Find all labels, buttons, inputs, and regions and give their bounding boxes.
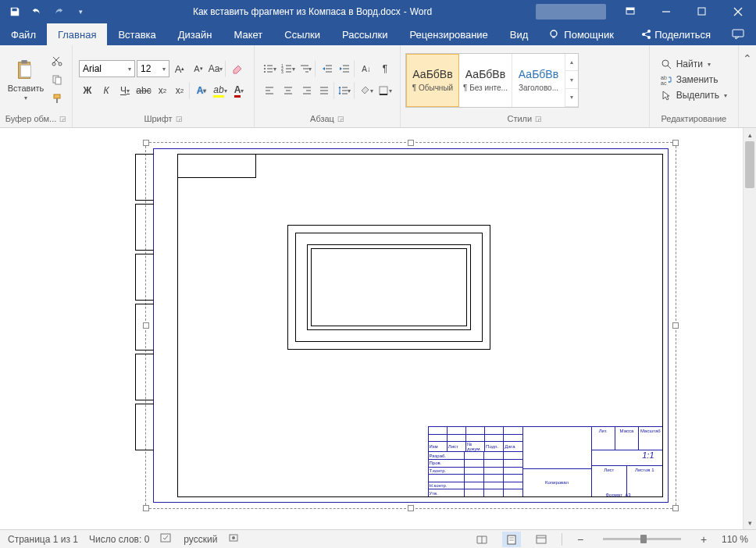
tab-review[interactable]: Рецензирование — [398, 23, 498, 45]
justify-button[interactable] — [317, 82, 334, 99]
align-left-button[interactable] — [261, 82, 278, 99]
styles-scroll-up[interactable]: ▴ — [565, 54, 578, 72]
font-launcher[interactable]: ◲ — [176, 115, 183, 123]
document-canvas[interactable]: Изм Лист № докум. Подп. Дата Разраб. Про… — [0, 128, 743, 529]
tab-design[interactable]: Дизайн — [167, 23, 223, 45]
scroll-up-button[interactable]: ▴ — [744, 128, 756, 141]
qat-customize-button[interactable]: ▾ — [70, 2, 91, 22]
sort-button[interactable]: A↓ — [358, 60, 375, 77]
print-layout-button[interactable] — [502, 532, 521, 547]
show-marks-button[interactable]: ¶ — [376, 60, 394, 77]
scroll-track[interactable] — [744, 141, 756, 516]
align-center-button[interactable] — [280, 82, 297, 99]
line-spacing-button[interactable]: ▾ — [337, 82, 355, 99]
styles-scroll-down[interactable]: ▾ — [565, 71, 578, 89]
select-button[interactable]: Выделить▾ — [658, 88, 730, 102]
font-size-combo[interactable]: 12▾ — [137, 60, 169, 77]
resize-handle-r[interactable] — [672, 322, 679, 329]
font-name-combo[interactable]: Arial▾ — [79, 60, 135, 77]
clear-formatting-button[interactable] — [229, 60, 246, 77]
copy-button[interactable] — [48, 71, 66, 88]
resize-handle-tr[interactable] — [672, 140, 679, 146]
align-right-button[interactable] — [298, 82, 316, 99]
embedded-drawing[interactable]: Изм Лист № докум. Подп. Дата Разраб. Про… — [153, 148, 669, 503]
subscript-button[interactable]: x2 — [154, 82, 171, 99]
format-painter-button[interactable] — [48, 90, 66, 107]
replace-button[interactable]: abac Заменить — [658, 73, 730, 87]
word-count[interactable]: Число слов: 0 — [89, 534, 149, 545]
tab-mailings[interactable]: Рассылки — [331, 23, 398, 45]
language-indicator[interactable]: русский — [184, 534, 217, 545]
svg-rect-13 — [733, 30, 744, 37]
decrease-indent-button[interactable] — [319, 60, 336, 77]
save-button[interactable] — [5, 2, 25, 22]
tab-layout[interactable]: Макет — [223, 23, 273, 45]
comments-button[interactable] — [729, 26, 747, 43]
numbering-button[interactable]: 123▾ — [280, 60, 297, 77]
multilevel-list-button[interactable]: ▾ — [298, 60, 316, 77]
font-color-button[interactable]: A▾ — [230, 82, 248, 99]
strikethrough-button[interactable]: abc — [135, 82, 152, 99]
borders-button[interactable]: ▾ — [376, 82, 394, 99]
styles-gallery[interactable]: АаБбВв ¶ Обычный АаБбВв ¶ Без инте... Аа… — [405, 53, 579, 108]
increase-indent-button[interactable] — [337, 60, 355, 77]
style-nospacing[interactable]: АаБбВв ¶ Без инте... — [459, 54, 512, 107]
redo-button[interactable] — [48, 2, 69, 22]
zoom-level[interactable]: 110 % — [722, 534, 748, 545]
superscript-button[interactable]: x2 — [173, 82, 190, 99]
tab-references[interactable]: Ссылки — [273, 23, 331, 45]
tell-me-search[interactable]: Помощник — [539, 23, 623, 45]
tab-file[interactable]: Файл — [0, 23, 47, 45]
shading-button[interactable]: ▾ — [358, 82, 375, 99]
resize-handle-br[interactable] — [672, 505, 679, 511]
share-button[interactable]: Поделиться — [633, 29, 719, 41]
tab-home[interactable]: Главная — [47, 23, 107, 45]
grow-font-button[interactable]: A▴ — [171, 60, 188, 77]
styles-expand[interactable]: ▾ — [565, 89, 578, 107]
web-layout-button[interactable] — [532, 532, 551, 547]
bold-button[interactable]: Ж — [79, 82, 96, 99]
binding-margin — [135, 154, 154, 497]
tab-insert[interactable]: Вставка — [107, 23, 166, 45]
paragraph-launcher[interactable]: ◲ — [337, 115, 344, 123]
style-normal[interactable]: АаБбВв ¶ Обычный — [406, 54, 459, 107]
account-badge[interactable] — [536, 4, 606, 20]
cut-button[interactable] — [48, 52, 66, 69]
collapse-ribbon-button[interactable]: ⌃ — [739, 50, 756, 67]
read-mode-button[interactable] — [472, 532, 491, 547]
style-heading1[interactable]: АаБбВв Заголово... — [512, 54, 565, 107]
shrink-font-button[interactable]: A▾ — [190, 60, 207, 77]
resize-handle-bl[interactable] — [143, 505, 149, 511]
zoom-out-button[interactable]: − — [573, 533, 587, 546]
proofing-button[interactable] — [160, 532, 173, 546]
find-button[interactable]: Найти▾ — [658, 57, 730, 71]
close-button[interactable] — [720, 0, 756, 23]
maximize-button[interactable] — [684, 0, 720, 23]
text-effects-button[interactable]: A▾ — [193, 82, 210, 99]
italic-button[interactable]: К — [98, 82, 115, 99]
tab-view[interactable]: Вид — [499, 23, 540, 45]
vertical-scrollbar[interactable]: ▴ ▾ — [743, 128, 756, 529]
scroll-thumb[interactable] — [745, 141, 754, 188]
resize-handle-b[interactable] — [408, 505, 414, 511]
zoom-slider[interactable] — [603, 538, 681, 540]
resize-handle-tl[interactable] — [143, 140, 149, 146]
lightbulb-icon — [548, 29, 559, 40]
minimize-button[interactable] — [648, 0, 684, 23]
scroll-down-button[interactable]: ▾ — [744, 516, 756, 529]
bullets-button[interactable]: ▾ — [261, 60, 278, 77]
macro-button[interactable] — [228, 532, 239, 546]
styles-launcher[interactable]: ◲ — [535, 115, 542, 123]
clipboard-launcher[interactable]: ◲ — [59, 115, 66, 123]
resize-handle-t[interactable] — [408, 140, 414, 146]
change-case-button[interactable]: Aa▾ — [209, 60, 226, 77]
svg-point-23 — [264, 65, 266, 66]
page-indicator[interactable]: Страница 1 из 1 — [8, 534, 78, 545]
paste-button[interactable]: Вставить ▾ — [5, 48, 47, 111]
underline-button[interactable]: Ч▾ — [116, 82, 134, 99]
highlight-button[interactable]: ab▾ — [212, 82, 229, 99]
ribbon-display-button[interactable] — [612, 0, 648, 23]
undo-button[interactable] — [27, 2, 47, 22]
weblayout-icon — [535, 534, 547, 545]
zoom-in-button[interactable]: + — [697, 533, 711, 546]
